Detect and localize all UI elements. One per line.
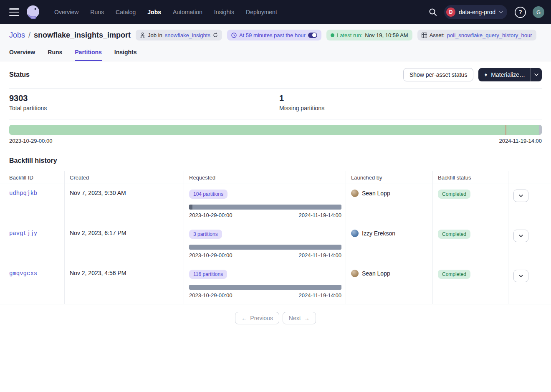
launched-by-name: Izzy Erekson <box>362 230 395 237</box>
page-title: snowflake_insights_import <box>34 31 131 40</box>
chevron-down-icon <box>534 73 538 76</box>
tab-partitions[interactable]: Partitions <box>75 46 102 61</box>
table-row-cell: Nov 2, 2023, 6:17 PM <box>65 224 184 264</box>
requested-partitions-badge[interactable]: 116 partitions <box>189 270 227 279</box>
total-partitions-stat: 9303 Total partitions <box>9 89 272 119</box>
latest-run-time[interactable]: Nov 19, 10:59 AM <box>365 32 408 38</box>
next-page-button[interactable]: Next → <box>283 312 316 324</box>
table-row-cell: Nov 2, 2023, 4:56 PM <box>65 264 184 304</box>
previous-label: Previous <box>250 315 273 321</box>
launched-by-name: Sean Lopp <box>362 270 390 277</box>
chevron-down-icon <box>519 275 523 277</box>
status-badge: Completed <box>438 270 470 279</box>
backfill-progress-bar <box>189 285 341 290</box>
job-location-prefix: Job in <box>148 32 162 38</box>
breadcrumb: Jobs / snowflake_insights_import Job in … <box>0 24 551 43</box>
dagster-logo-icon[interactable] <box>25 4 41 20</box>
nav-jobs[interactable]: Jobs <box>142 5 167 19</box>
row-menu-button[interactable] <box>513 230 528 242</box>
backfill-id-link[interactable]: pavgtjjy <box>9 230 37 237</box>
row-menu-button[interactable] <box>513 190 528 202</box>
primary-nav: Overview Runs Catalog Jobs Automation In… <box>48 5 283 19</box>
nav-runs[interactable]: Runs <box>84 5 110 19</box>
asset-table-icon <box>422 33 427 38</box>
previous-page-button[interactable]: ← Previous <box>235 312 279 324</box>
help-icon[interactable]: ? <box>515 7 526 18</box>
missing-partition-segment <box>539 125 542 135</box>
backfill-table: Backfill ID Created Requested Launched b… <box>0 171 551 304</box>
nav-catalog[interactable]: Catalog <box>110 5 142 19</box>
partition-range: 2023-10-29-00:00 2024-11-19-14:00 <box>9 138 542 144</box>
schedule-toggle[interactable] <box>308 33 317 38</box>
latest-run-label: Latest run: <box>337 32 362 38</box>
tab-runs[interactable]: Runs <box>48 46 62 61</box>
range-end: 2024-11-19-14:00 <box>299 252 341 258</box>
nav-deployment[interactable]: Deployment <box>240 5 283 19</box>
backfill-progress-bar <box>189 245 341 250</box>
reload-icon <box>213 33 218 38</box>
deployment-initial-badge: D <box>446 8 455 17</box>
range-start: 2023-10-29-00:00 <box>9 138 52 144</box>
missing-partitions-stat: 1 Missing partitions <box>272 89 542 119</box>
user-avatar <box>351 190 359 197</box>
asset-link[interactable]: poll_snowflake_query_history_hour <box>447 32 532 38</box>
backfill-id-link[interactable]: gmqvgcxs <box>9 270 37 277</box>
partition-status-bar[interactable] <box>9 125 542 135</box>
chevron-down-icon <box>519 195 523 197</box>
backfill-id-link[interactable]: udhpqjkb <box>9 190 37 197</box>
progress-bar-cap <box>189 205 192 210</box>
table-row-cell: Izzy Erekson <box>346 224 433 264</box>
created-timestamp: Nov 2, 2023, 4:56 PM <box>70 270 126 276</box>
pagination: ← Previous Next → <box>9 312 542 324</box>
missing-partitions-label: Missing partitions <box>279 105 542 111</box>
missing-partitions-value: 1 <box>279 94 542 103</box>
nav-overview[interactable]: Overview <box>48 5 84 19</box>
show-per-asset-status-button[interactable]: Show per-asset status <box>403 68 474 81</box>
table-row-cell: Completed <box>433 184 508 224</box>
tab-overview[interactable]: Overview <box>9 46 35 61</box>
total-partitions-value: 9303 <box>9 94 272 103</box>
partition-marker <box>506 125 506 135</box>
table-row-cell: pavgtjjy <box>0 224 65 264</box>
partition-stats: 9303 Total partitions 1 Missing partitio… <box>9 88 542 119</box>
range-end: 2024-11-19-14:00 <box>299 212 341 218</box>
page-tabs: Overview Runs Partitions Insights <box>0 43 551 61</box>
column-header-created: Created <box>65 171 184 184</box>
table-row-cell: 116 partitions 2023-10-29-00:00 2024-11-… <box>184 264 346 304</box>
column-header-backfill-id: Backfill ID <box>0 171 65 184</box>
user-avatar <box>351 230 359 237</box>
table-row-cell: Completed <box>433 264 508 304</box>
table-row-cell <box>508 224 551 264</box>
nav-automation[interactable]: Automation <box>167 5 208 19</box>
column-header-backfill-status: Backfill status <box>433 171 508 184</box>
page-header: Jobs / snowflake_insights_import Job in … <box>0 24 551 61</box>
materialize-split-button: ✦ Materialize… <box>478 68 542 81</box>
materialize-button[interactable]: ✦ Materialize… <box>478 68 530 81</box>
materialize-dropdown-button[interactable] <box>530 68 542 81</box>
table-row-cell <box>508 184 551 224</box>
search-icon[interactable] <box>426 5 440 19</box>
backfill-progress-bar <box>189 205 341 210</box>
nav-insights[interactable]: Insights <box>208 5 240 19</box>
user-avatar[interactable]: G <box>533 6 544 18</box>
chevron-down-icon <box>519 235 523 237</box>
arrow-left-icon: ← <box>241 315 247 321</box>
column-header-requested: Requested <box>184 171 346 184</box>
table-row-cell <box>508 264 551 304</box>
backfill-range: 2023-10-29-00:00 2024-11-19-14:00 <box>189 292 341 298</box>
job-location-badge: Job in snowflake_insights <box>136 30 222 40</box>
range-end: 2024-11-19-14:00 <box>299 292 341 298</box>
deployment-switcher[interactable]: D data-eng-prod <box>444 5 507 19</box>
row-menu-button[interactable] <box>513 270 528 282</box>
launched-by-name: Sean Lopp <box>362 190 390 197</box>
requested-partitions-badge[interactable]: 104 partitions <box>189 190 227 199</box>
schedule-label: At 59 minutes past the hour <box>239 32 306 38</box>
job-location-link[interactable]: snowflake_insights <box>165 32 210 38</box>
backfill-range: 2023-10-29-00:00 2024-11-19-14:00 <box>189 252 341 258</box>
tab-insights[interactable]: Insights <box>114 46 137 61</box>
menu-icon[interactable] <box>9 8 19 16</box>
user-avatar <box>351 270 359 277</box>
sparkle-icon: ✦ <box>483 72 488 78</box>
requested-partitions-badge[interactable]: 3 partitions <box>189 230 222 239</box>
breadcrumb-jobs-link[interactable]: Jobs <box>9 31 25 40</box>
